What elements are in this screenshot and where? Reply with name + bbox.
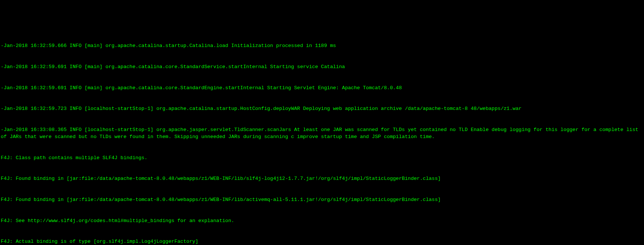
log-line: -Jan-2018 16:33:08.365 INFO [localhost-s… <box>1 127 643 141</box>
log-line: F4J: Class path contains multiple SLF4J … <box>1 155 643 162</box>
log-line: F4J: Found binding in [jar:file:/data/ap… <box>1 175 643 182</box>
log-line: F4J: Found binding in [jar:file:/data/ap… <box>1 197 643 204</box>
fullscreen-icon[interactable] <box>636 237 642 243</box>
terminal-log-output: -Jan-2018 16:32:59.666 INFO [main] org.a… <box>1 29 643 245</box>
log-line: -Jan-2018 16:32:59.691 INFO [main] org.a… <box>1 85 643 92</box>
log-line: -Jan-2018 16:32:59.666 INFO [main] org.a… <box>1 43 643 50</box>
log-line: -Jan-2018 16:32:59.691 INFO [main] org.a… <box>1 64 643 71</box>
log-line: F4J: Actual binding is of type [org.slf4… <box>1 238 643 245</box>
log-line: F4J: See http://www.slf4j.org/codes.html… <box>1 218 643 225</box>
log-line: -Jan-2018 16:32:59.723 INFO [localhost-s… <box>1 105 643 113</box>
